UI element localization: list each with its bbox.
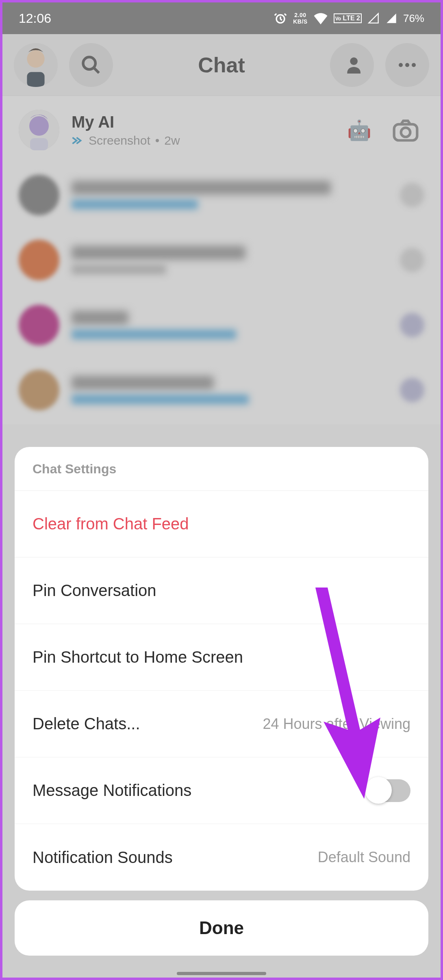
sheet-title: Chat Settings — [15, 447, 428, 491]
msg-notif-label: Message Notifications — [33, 781, 366, 800]
done-label: Done — [199, 918, 244, 938]
svg-rect-3 — [27, 72, 44, 87]
phone-frame: 12:06 2.00 KB/S Vo LTE 2 76% — [2, 2, 441, 978]
chat-settings-sheet: Chat Settings Clear from Chat Feed Pin C… — [15, 447, 428, 956]
pin-shortcut-label: Pin Shortcut to Home Screen — [33, 648, 410, 666]
chat-list: My AI Screenshot • 2w 🤖 — [2, 96, 441, 424]
chat-item-blurred[interactable] — [2, 358, 441, 423]
svg-rect-11 — [30, 138, 48, 150]
alarm-icon — [274, 11, 287, 25]
delete-chats-row[interactable]: Delete Chats... 24 Hours after Viewing — [15, 691, 428, 757]
svg-point-7 — [405, 63, 409, 67]
battery-percent: 76% — [403, 12, 424, 25]
screenshot-icon — [72, 135, 84, 146]
separator-dot: • — [155, 134, 160, 147]
pin-convo-label: Pin Conversation — [33, 581, 410, 600]
svg-point-6 — [399, 63, 403, 67]
chat-item-my-ai[interactable]: My AI Screenshot • 2w 🤖 — [2, 98, 441, 163]
chat-time: 2w — [164, 134, 180, 147]
add-friend-button[interactable] — [330, 43, 374, 87]
robot-icon: 🤖 — [347, 119, 371, 142]
my-avatar[interactable] — [14, 43, 58, 87]
pin-shortcut-row[interactable]: Pin Shortcut to Home Screen — [15, 624, 428, 691]
done-button[interactable]: Done — [15, 900, 428, 956]
lte-indicator: Vo LTE 2 — [334, 13, 362, 23]
clear-label: Clear from Chat Feed — [33, 515, 410, 533]
signal-icon-1 — [367, 13, 380, 24]
search-button[interactable] — [69, 43, 113, 87]
chat-status-text: Screenshot — [89, 134, 150, 147]
svg-point-5 — [350, 57, 358, 65]
notification-sounds-row[interactable]: Notification Sounds Default Sound — [15, 824, 428, 891]
more-button[interactable] — [385, 43, 429, 87]
notif-sounds-value: Default Sound — [318, 849, 410, 866]
chat-header: Chat — [2, 34, 441, 96]
chat-avatar-my-ai — [19, 110, 59, 150]
wifi-icon — [313, 12, 328, 24]
chat-item-blurred[interactable] — [2, 293, 441, 358]
chat-settings-panel: Chat Settings Clear from Chat Feed Pin C… — [15, 447, 428, 891]
data-rate: 2.00 KB/S — [293, 12, 307, 25]
gesture-bar — [177, 972, 266, 975]
clear-from-chat-feed-row[interactable]: Clear from Chat Feed — [15, 491, 428, 557]
pin-conversation-row[interactable]: Pin Conversation — [15, 557, 428, 624]
svg-point-10 — [29, 116, 49, 136]
svg-point-4 — [83, 57, 96, 69]
chat-name: My AI — [72, 113, 335, 131]
svg-point-13 — [401, 128, 410, 137]
status-bar: 12:06 2.00 KB/S Vo LTE 2 76% — [2, 2, 441, 34]
camera-icon[interactable] — [392, 118, 424, 142]
delete-chats-value: 24 Hours after Viewing — [263, 715, 410, 733]
svg-point-2 — [27, 50, 44, 67]
msg-notif-toggle[interactable] — [366, 779, 410, 802]
delete-chats-label: Delete Chats... — [33, 715, 263, 733]
chat-item-blurred[interactable] — [2, 228, 441, 293]
status-time: 12:06 — [19, 11, 51, 26]
chat-item-blurred[interactable] — [2, 163, 441, 228]
message-notifications-row[interactable]: Message Notifications — [15, 757, 428, 824]
svg-point-8 — [412, 63, 416, 67]
page-title: Chat — [124, 53, 319, 77]
notif-sounds-label: Notification Sounds — [33, 848, 318, 867]
signal-icon-2 — [385, 13, 397, 24]
